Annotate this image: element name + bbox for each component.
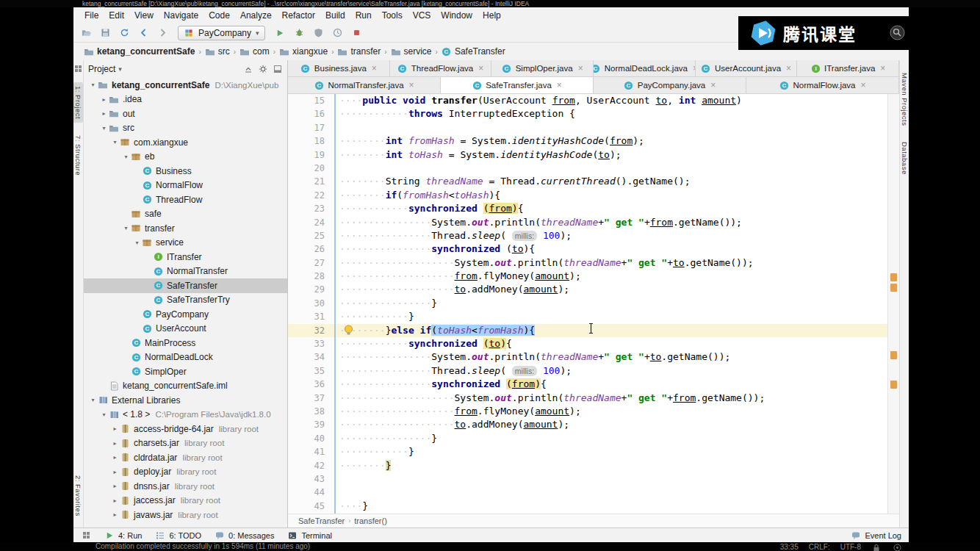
line-number[interactable]: 39: [288, 418, 334, 431]
tree-arrow-icon[interactable]: ▸: [99, 96, 109, 103]
line-separator[interactable]: CRLF:: [809, 543, 830, 551]
code-line-33[interactable]: 33············synchronized (to){: [288, 337, 887, 350]
sync-button[interactable]: [116, 25, 133, 41]
menu-build[interactable]: Build: [320, 9, 350, 22]
intention-bulb-icon[interactable]: [344, 325, 353, 336]
tab-threadflow-java[interactable]: CThreadFlow.java×: [390, 60, 492, 76]
code-line-40[interactable]: 40················}: [288, 432, 887, 445]
breadcrumb-safetransfer[interactable]: CSafeTransfer: [440, 46, 507, 57]
code-line-37[interactable]: 37····················System.out.println…: [288, 392, 887, 405]
back-arrow-button[interactable]: [135, 25, 152, 41]
breadcrumb-method[interactable]: transfer(): [354, 516, 387, 525]
tree-item-threadflow[interactable]: CThreadFlow: [84, 192, 287, 207]
tree-item-out[interactable]: ▸out: [84, 107, 287, 121]
code-line-27[interactable]: 27····················System.out.println…: [288, 256, 887, 270]
tree-item-business[interactable]: CBusiness: [84, 164, 287, 179]
tree-arrow-icon[interactable]: ▸: [110, 483, 120, 489]
scrollbar-mark[interactable]: [890, 273, 897, 281]
line-number[interactable]: 23: [288, 202, 334, 215]
tab-itransfer-java[interactable]: IITransfer.java×: [797, 60, 899, 76]
toolwindow-2-favorites[interactable]: 2: Favorites: [73, 472, 83, 520]
line-number[interactable]: 41: [288, 445, 334, 458]
debug-button[interactable]: [291, 25, 308, 41]
tree-item-1-8[interactable]: ▾< 1.8 >C:\Program Files\Java\jdk1.8.0: [84, 408, 287, 422]
gear-button[interactable]: [258, 64, 268, 74]
tree-arrow-icon[interactable]: ▾: [121, 225, 131, 231]
code-line-36[interactable]: 36················synchronized (from){: [288, 378, 887, 391]
toolwindow-grid-icon[interactable]: [81, 530, 91, 541]
tree-item-useraccount[interactable]: CUserAccount: [84, 322, 287, 336]
line-number[interactable]: 27: [288, 256, 334, 270]
line-number[interactable]: 22: [288, 189, 334, 202]
menu-code[interactable]: Code: [203, 9, 235, 22]
tree-arrow-icon[interactable]: ▸: [110, 454, 120, 461]
code-line-38[interactable]: 38····················from.flyMoney(amou…: [288, 405, 887, 418]
toolwindow-button-6-todo[interactable]: 6: TODO: [155, 530, 201, 541]
menu-file[interactable]: File: [79, 9, 104, 22]
toolwindow-button-0-messages[interactable]: 0: Messages: [215, 530, 274, 541]
line-number[interactable]: 40: [288, 432, 334, 445]
code-line-25[interactable]: 25················Thread.sleep( millis: …: [288, 229, 887, 242]
tree-item-idea[interactable]: ▸.idea: [84, 93, 287, 107]
line-number[interactable]: 19: [288, 148, 334, 162]
line-number[interactable]: 18: [288, 134, 334, 148]
tree-item-access-bridge-64-jar[interactable]: ▸access-bridge-64.jarlibrary root: [84, 422, 287, 436]
menu-edit[interactable]: Edit: [104, 9, 129, 22]
line-number[interactable]: 32: [288, 324, 334, 337]
tree-item-simploper[interactable]: CSimplOper: [84, 364, 287, 379]
run-configuration-selector[interactable]: PayCompany▾: [178, 26, 265, 40]
code-line-19[interactable]: 19········int toHash = System.identityHa…: [288, 148, 887, 162]
close-icon[interactable]: ×: [372, 64, 377, 73]
menu-window[interactable]: Window: [436, 9, 478, 22]
tree-item-normalflow[interactable]: CNormalFlow: [84, 179, 287, 193]
tree-arrow-icon[interactable]: ▸: [110, 425, 120, 432]
code-line-42[interactable]: 42········}: [288, 459, 887, 472]
tree-arrow-icon[interactable]: ▾: [110, 139, 120, 145]
code-line-29[interactable]: 29····················to.addMoney(amount…: [288, 283, 887, 296]
toolwindow-button-4-run[interactable]: 4: Run: [104, 530, 142, 541]
code-line-24[interactable]: 24················System.out.println(thr…: [288, 216, 887, 229]
line-number[interactable]: 17: [288, 121, 334, 134]
close-icon[interactable]: ×: [710, 81, 716, 90]
scrollbar-mark[interactable]: [890, 284, 897, 292]
collapse-button[interactable]: [243, 64, 253, 74]
tree-arrow-icon[interactable]: ▸: [110, 511, 120, 518]
scrollbar-mark[interactable]: [890, 351, 897, 359]
close-icon[interactable]: ×: [478, 64, 483, 73]
tree-item-src[interactable]: ▾src: [84, 121, 287, 136]
code-line-18[interactable]: 18········int fromHash = System.identity…: [288, 134, 887, 148]
menu-help[interactable]: Help: [478, 9, 506, 22]
tab-paycompany-java[interactable]: CPayCompany.java×: [594, 77, 746, 93]
tree-item-jaccess-jar[interactable]: ▸jaccess.jarlibrary root: [84, 494, 287, 508]
code-line-20[interactable]: 20: [288, 162, 887, 175]
tab-simploper-java[interactable]: CSimplOper.java×: [491, 60, 594, 76]
line-number[interactable]: 45: [288, 500, 334, 513]
line-number[interactable]: 20: [288, 162, 334, 175]
tree-item-normaltransfer[interactable]: CNormalTransfer: [84, 264, 287, 279]
tree-arrow-icon[interactable]: ▾: [99, 411, 109, 418]
toolwindow-database[interactable]: Database: [900, 138, 909, 179]
close-icon[interactable]: ×: [786, 64, 791, 73]
tree-arrow-icon[interactable]: ▾: [88, 82, 98, 88]
breadcrumb-xiangxue[interactable]: xiangxue: [278, 46, 329, 57]
tree-arrow-icon[interactable]: ▸: [99, 110, 109, 117]
toolwindow-button-terminal[interactable]: Terminal: [287, 530, 332, 541]
tree-arrow-icon[interactable]: ▾: [121, 154, 131, 160]
line-number[interactable]: 25: [288, 229, 334, 242]
toolwindow-switcher-icon[interactable]: [73, 63, 84, 73]
hide-button[interactable]: [273, 64, 283, 74]
tab-safetransfer-java[interactable]: CSafeTransfer.java×: [441, 77, 594, 93]
breadcrumb-src[interactable]: src: [203, 46, 231, 57]
toolwindow-maven-projects[interactable]: Maven Projects: [900, 69, 909, 129]
line-number[interactable]: 38: [288, 405, 334, 418]
tree-item-ketang-concurrentsafe-iml[interactable]: ketang_concurrentSafe.iml: [84, 379, 287, 394]
line-number[interactable]: 26: [288, 242, 334, 256]
close-icon[interactable]: ×: [860, 81, 865, 90]
tree-item-com-xiangxue[interactable]: ▾com.xiangxue: [84, 135, 287, 150]
line-number[interactable]: 44: [288, 486, 334, 499]
tree-item-javaws-jar[interactable]: ▸javaws.jarlibrary root: [84, 508, 287, 522]
tree-item-deploy-jar[interactable]: ▸deploy.jarlibrary root: [84, 465, 287, 480]
line-number[interactable]: 42: [288, 459, 334, 472]
breadcrumb-class[interactable]: SafeTransfer: [298, 516, 345, 525]
line-number[interactable]: 30: [288, 297, 334, 310]
